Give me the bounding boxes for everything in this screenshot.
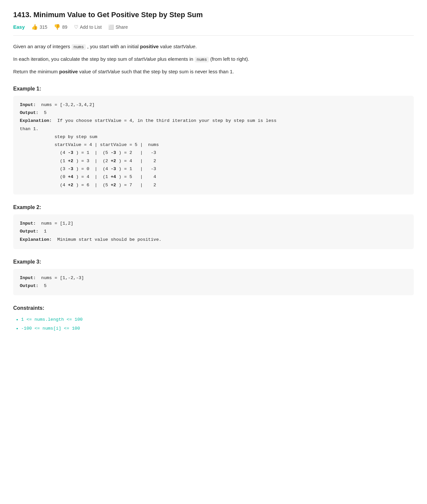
share-button[interactable]: ⬜ Share (108, 24, 128, 30)
constraint-item-1: 1 <= nums.length <= 100 (21, 315, 414, 324)
problem-title: 1413. Minimum Value to Get Positive Step… (13, 11, 414, 19)
example-1-title: Example 1: (13, 86, 414, 92)
description-line-1: Given an array of integers nums , you st… (13, 42, 414, 51)
start-value-italic-1: startValue (173, 44, 195, 49)
thumbs-up-icon: 👍 (31, 24, 38, 30)
positive-bold-2: positive (59, 69, 78, 74)
downvote-count: 89 (62, 24, 67, 30)
nums-code-1: nums (72, 44, 86, 50)
heart-icon: ♡ (74, 24, 78, 30)
thumbs-down-icon: 👎 (54, 24, 60, 30)
share-label: Share (115, 24, 128, 30)
constraints-title: Constraints: (13, 305, 414, 311)
nums-code-2: nums (195, 57, 209, 62)
start-value-italic-2: startValue (134, 56, 156, 62)
difficulty-badge: Easy (13, 24, 25, 30)
example-2-title: Example 2: (13, 204, 414, 210)
add-to-list-label: Add to List (80, 24, 102, 30)
constraints-list: 1 <= nums.length <= 100 -100 <= nums[i] … (13, 315, 414, 333)
description-line-3: Return the minimum positive value of sta… (13, 67, 414, 76)
constraint-item-2: -100 <= nums[i] <= 100 (21, 324, 414, 333)
meta-bar: Easy 👍 315 👎 89 ♡ Add to List ⬜ Share (13, 24, 414, 36)
upvote-count: 315 (40, 24, 47, 30)
example-3-block: Input: nums = [1,-2,-3] Output: 5 (13, 269, 414, 296)
description-line-2: In each iteration, you calculate the ste… (13, 55, 414, 63)
start-value-italic-3: startValue (98, 69, 120, 74)
downvote-button[interactable]: 👎 89 (54, 24, 67, 30)
example-2-block: Input: nums = [1,2] Output: 1 Explanatio… (13, 214, 414, 249)
example-1-block: Input: nums = [-3,2,-3,4,2] Output: 5 Ex… (13, 96, 414, 195)
example-3-title: Example 3: (13, 259, 414, 265)
add-to-list-button[interactable]: ♡ Add to List (74, 24, 102, 30)
positive-bold-1: positive (140, 44, 159, 49)
upvote-button[interactable]: 👍 315 (31, 24, 47, 30)
share-icon: ⬜ (108, 24, 114, 30)
